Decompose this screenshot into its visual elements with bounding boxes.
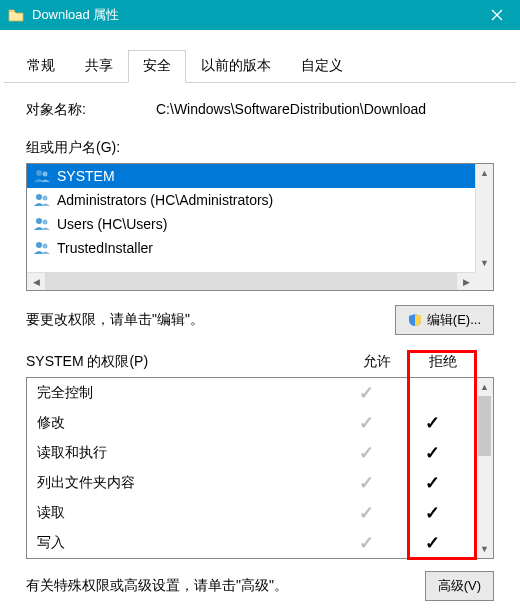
permission-row: 列出文件夹内容✓✓ (27, 468, 475, 498)
permission-row: 读取和执行✓✓ (27, 438, 475, 468)
allow-cell: ✓ (333, 414, 399, 432)
scroll-down-icon[interactable]: ▼ (476, 254, 493, 272)
close-button[interactable] (474, 0, 520, 30)
svg-point-4 (36, 218, 42, 224)
permission-name: 完全控制 (37, 384, 333, 402)
check-icon: ✓ (359, 473, 374, 493)
check-icon: ✓ (425, 503, 440, 523)
check-icon: ✓ (359, 443, 374, 463)
object-name-row: 对象名称: C:\Windows\SoftwareDistribution\Do… (26, 101, 494, 119)
check-icon: ✓ (425, 533, 440, 553)
advanced-button[interactable]: 高级(V) (425, 571, 494, 601)
list-item-label: TrustedInstaller (57, 240, 153, 256)
check-icon: ✓ (359, 533, 374, 553)
check-icon: ✓ (425, 443, 440, 463)
svg-point-6 (36, 242, 42, 248)
people-icon (33, 217, 51, 231)
check-icon: ✓ (425, 473, 440, 493)
scrollbar-vertical[interactable]: ▲ ▼ (475, 164, 493, 272)
allow-cell: ✓ (333, 384, 399, 402)
shield-icon (408, 313, 422, 327)
tab-previous-versions[interactable]: 以前的版本 (186, 50, 286, 82)
permission-name: 修改 (37, 414, 333, 432)
allow-cell: ✓ (333, 444, 399, 462)
people-icon (33, 241, 51, 255)
column-allow: 允许 (344, 353, 410, 371)
check-icon: ✓ (359, 413, 374, 433)
permission-row: 写入✓✓ (27, 528, 475, 558)
edit-button-label: 编辑(E)... (427, 311, 481, 329)
permissions-listbox[interactable]: 完全控制✓修改✓✓读取和执行✓✓列出文件夹内容✓✓读取✓✓写入✓✓ ▲ ▼ (26, 377, 494, 559)
list-item[interactable]: Administrators (HC\Administrators) (27, 188, 475, 212)
advanced-button-label: 高级(V) (438, 577, 481, 595)
scroll-thumb[interactable] (45, 273, 457, 290)
svg-point-1 (43, 172, 48, 177)
titlebar: Download 属性 (0, 0, 520, 30)
window-title: Download 属性 (32, 6, 474, 24)
check-icon: ✓ (425, 413, 440, 433)
list-item[interactable]: SYSTEM (27, 164, 475, 188)
tab-sharing[interactable]: 共享 (70, 50, 128, 82)
permission-name: 读取和执行 (37, 444, 333, 462)
scroll-thumb[interactable] (478, 396, 491, 456)
permission-name: 列出文件夹内容 (37, 474, 333, 492)
list-item[interactable]: Users (HC\Users) (27, 212, 475, 236)
scroll-right-icon[interactable]: ▶ (457, 273, 475, 290)
permission-name: 读取 (37, 504, 333, 522)
permissions-label: SYSTEM 的权限(P) (26, 353, 344, 371)
scrollbar-horizontal[interactable]: ◀ ▶ (27, 272, 475, 290)
allow-cell: ✓ (333, 504, 399, 522)
scroll-left-icon[interactable]: ◀ (27, 273, 45, 290)
permission-row: 完全控制✓ (27, 378, 475, 408)
people-icon (33, 193, 51, 207)
column-deny: 拒绝 (410, 353, 476, 371)
advanced-hint-text: 有关特殊权限或高级设置，请单击"高级"。 (26, 577, 425, 595)
tabstrip: 常规 共享 安全 以前的版本 自定义 (4, 50, 516, 83)
svg-point-3 (43, 196, 48, 201)
permission-name: 写入 (37, 534, 333, 552)
list-item-label: SYSTEM (57, 168, 115, 184)
permission-row: 修改✓✓ (27, 408, 475, 438)
scroll-down-icon[interactable]: ▼ (476, 540, 493, 558)
deny-cell: ✓ (399, 444, 465, 462)
check-icon: ✓ (359, 503, 374, 523)
scroll-up-icon[interactable]: ▲ (476, 378, 493, 396)
allow-cell: ✓ (333, 534, 399, 552)
permission-row: 读取✓✓ (27, 498, 475, 528)
list-item-label: Users (HC\Users) (57, 216, 167, 232)
svg-point-7 (43, 244, 48, 249)
scroll-up-icon[interactable]: ▲ (476, 164, 493, 182)
object-name-label: 对象名称: (26, 101, 156, 119)
svg-point-0 (36, 170, 42, 176)
deny-cell: ✓ (399, 504, 465, 522)
allow-cell: ✓ (333, 474, 399, 492)
deny-cell: ✓ (399, 414, 465, 432)
edit-hint-text: 要更改权限，请单击"编辑"。 (26, 311, 395, 329)
list-item-label: Administrators (HC\Administrators) (57, 192, 273, 208)
check-icon: ✓ (359, 383, 374, 403)
svg-point-2 (36, 194, 42, 200)
deny-cell: ✓ (399, 474, 465, 492)
scrollbar-vertical[interactable]: ▲ ▼ (475, 378, 493, 558)
deny-cell: ✓ (399, 534, 465, 552)
tab-security[interactable]: 安全 (128, 50, 186, 83)
groups-label: 组或用户名(G): (26, 139, 494, 157)
tab-general[interactable]: 常规 (12, 50, 70, 82)
object-name-value: C:\Windows\SoftwareDistribution\Download (156, 101, 494, 119)
people-icon (33, 169, 51, 183)
scroll-corner (475, 272, 493, 290)
tab-customize[interactable]: 自定义 (286, 50, 358, 82)
folder-icon (8, 8, 24, 22)
groups-listbox[interactable]: SYSTEM Administrators (HC\Administrators… (26, 163, 494, 291)
edit-button[interactable]: 编辑(E)... (395, 305, 494, 335)
svg-point-5 (43, 220, 48, 225)
list-item[interactable]: TrustedInstaller (27, 236, 475, 260)
